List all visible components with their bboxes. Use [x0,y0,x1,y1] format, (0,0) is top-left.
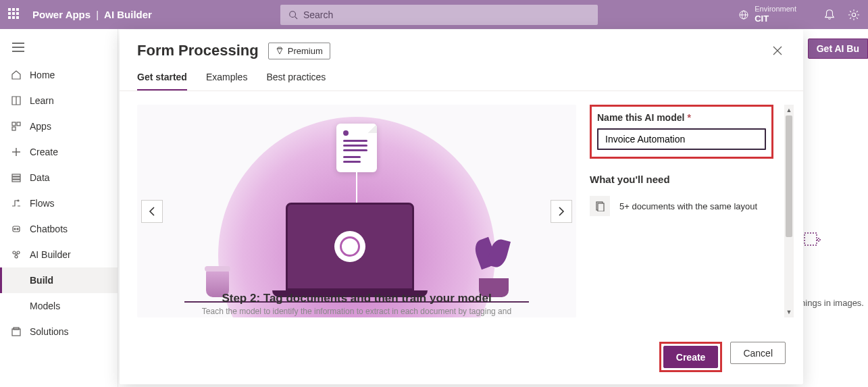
sidebar-item-label: Apps [30,121,51,132]
notifications-icon[interactable] [823,9,836,21]
bg-hint-text: nings in images. [800,298,864,308]
sidebar-item-learn[interactable]: Learn [0,88,118,113]
sidebar-item-label: Home [30,70,55,80]
step-title: Step 2: Tag documents and then train you… [164,292,549,305]
dialog-title: Form Processing [137,42,259,59]
premium-badge: Premium [268,43,330,59]
tab-best-practices[interactable]: Best practices [266,72,326,91]
dialog-tabs: Get started Examples Best practices [120,59,803,91]
svg-rect-16 [12,180,20,182]
sidebar-item-create[interactable]: Create [0,139,118,165]
svg-point-17 [18,200,19,201]
sidebar-item-data[interactable]: Data [0,165,118,190]
svg-rect-10 [17,122,20,126]
search-input[interactable] [303,9,590,20]
svg-rect-15 [12,177,20,179]
hamburger-icon[interactable] [0,34,118,62]
chatbot-icon [11,224,22,234]
svg-rect-11 [12,127,16,130]
requirement-text: 5+ documents with the same layout [619,201,757,211]
documents-icon [590,196,610,216]
create-button-highlight: Create [659,342,723,372]
plus-icon [11,147,22,157]
get-ai-builder-button[interactable]: Get AI Bu [808,38,868,59]
sidebar-item-label: Chatbots [30,224,68,234]
carousel-prev-button[interactable] [141,200,163,223]
model-name-input[interactable] [597,128,766,150]
close-icon [773,46,782,55]
brand-app: Power Apps [32,9,91,20]
env-label: Environment [755,5,796,14]
sidebar-item-home[interactable]: Home [0,62,118,88]
create-button[interactable]: Create [663,346,719,368]
form-processing-dialog: Form Processing Premium Get started Exam… [120,30,803,384]
sidebar-item-label: Flows [30,198,55,209]
requirement-row: 5+ documents with the same layout [590,196,773,216]
home-icon [11,70,22,80]
flows-icon [11,198,22,209]
dialog-scrollbar[interactable]: ▲ ▼ [784,105,794,317]
svg-point-20 [17,228,18,230]
book-icon [11,95,22,106]
chevron-right-icon [558,207,565,216]
document-icon [336,124,377,172]
top-bar: Power Apps | AI Builder Environment CIT [0,0,868,29]
close-button[interactable] [769,43,786,59]
gear-icon [334,231,365,262]
brand-section: AI Builder [104,9,152,20]
carousel-next-button[interactable] [551,200,572,223]
ai-builder-icon [11,249,22,260]
environment-icon [738,9,749,20]
decor-icon [802,230,822,251]
name-field-highlight: Name this AI model * [590,105,773,159]
scroll-thumb[interactable] [786,115,792,237]
illustration-carousel: Step 2: Tag documents and then train you… [137,105,576,317]
what-youll-need-title: What you'll need [590,174,773,185]
sidebar-item-chatbots[interactable]: Chatbots [0,216,118,242]
svg-rect-14 [12,174,20,176]
sidebar-item-label: Solutions [30,326,69,337]
diamond-icon [276,47,284,55]
sidebar-item-label: Learn [30,95,54,106]
env-name: CIT [755,14,796,24]
sidebar-item-label: AI Builder [30,249,71,260]
sidebar-item-label: Models [30,301,60,311]
svg-point-0 [290,11,296,17]
tab-examples[interactable]: Examples [206,72,247,91]
svg-line-1 [295,16,298,19]
sidebar-item-models[interactable]: Models [0,293,118,319]
chevron-left-icon [149,207,155,216]
sidebar-item-build[interactable]: Build [0,267,118,293]
name-label: Name this AI model [597,112,684,123]
sidebar-item-label: Data [30,172,50,183]
app-launcher-icon[interactable] [8,8,22,22]
cancel-button[interactable]: Cancel [730,342,786,364]
sidebar-item-ai-builder[interactable]: AI Builder [0,242,118,267]
svg-point-19 [14,228,16,230]
laptop-icon [286,203,428,297]
sidebar-item-flows[interactable]: Flows [0,190,118,216]
required-asterisk: * [687,112,690,123]
brand-separator: | [96,9,99,20]
svg-rect-34 [598,203,604,211]
search-icon [288,10,298,20]
svg-rect-9 [12,122,16,126]
apps-icon [11,121,22,132]
svg-rect-28 [805,233,817,245]
illustration [137,105,576,317]
premium-label: Premium [288,46,323,56]
brand-title: Power Apps | AI Builder [32,9,152,20]
scroll-down-icon[interactable]: ▼ [786,308,792,316]
settings-icon[interactable] [848,9,860,21]
scroll-up-icon[interactable]: ▲ [786,106,792,114]
solutions-icon [11,326,22,337]
sidebar-item-label: Create [30,147,58,157]
environment-picker[interactable]: Environment CIT [738,5,796,24]
data-icon [11,172,22,183]
tab-get-started[interactable]: Get started [137,72,187,91]
sidebar-item-solutions[interactable]: Solutions [0,319,118,344]
sidebar-item-label: Build [30,275,53,286]
svg-point-23 [15,255,18,258]
sidebar-item-apps[interactable]: Apps [0,113,118,139]
search-box[interactable] [280,5,598,25]
